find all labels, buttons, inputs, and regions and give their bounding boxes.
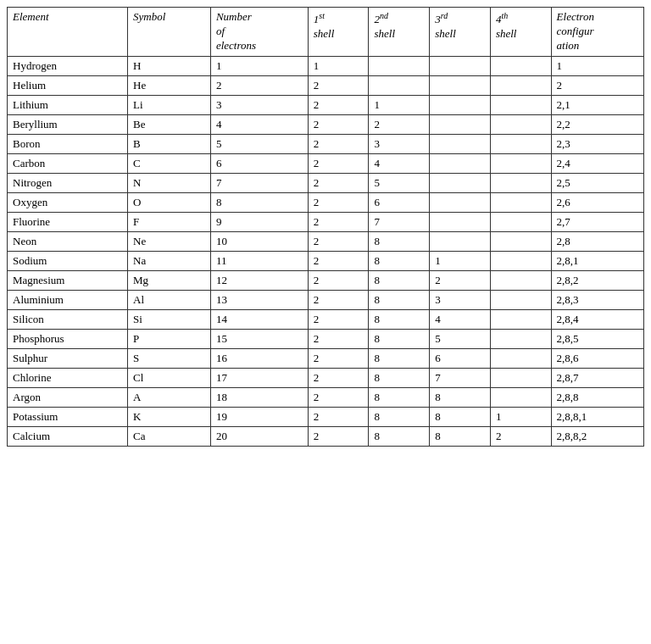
cell-shell3 bbox=[430, 173, 491, 192]
table-row: NeonNe10282,8 bbox=[8, 231, 644, 251]
table-row: FluorineF9272,7 bbox=[8, 212, 644, 231]
cell-config: 2,2 bbox=[551, 114, 643, 134]
table-row: BerylliumBe4222,2 bbox=[8, 114, 644, 134]
cell-electrons: 18 bbox=[210, 387, 308, 407]
cell-shell3: 3 bbox=[430, 290, 491, 309]
table-row: CarbonC6242,4 bbox=[8, 153, 644, 173]
cell-electrons: 17 bbox=[210, 368, 308, 387]
cell-shell2: 1 bbox=[369, 95, 430, 114]
cell-electrons: 7 bbox=[210, 173, 308, 192]
data-table: Element Symbol Numberofelectrons 1stshel… bbox=[7, 7, 644, 447]
cell-shell1: 2 bbox=[308, 114, 369, 134]
cell-element: Magnesium bbox=[8, 270, 128, 290]
cell-shell1: 2 bbox=[308, 387, 369, 407]
table-row: PotassiumK1928812,8,8,1 bbox=[8, 407, 644, 426]
cell-shell2: 3 bbox=[369, 134, 430, 153]
cell-electrons: 4 bbox=[210, 114, 308, 134]
cell-symbol: F bbox=[128, 212, 211, 231]
cell-config: 2,8,3 bbox=[551, 290, 643, 309]
cell-shell2: 8 bbox=[369, 270, 430, 290]
cell-shell3: 7 bbox=[430, 368, 491, 387]
cell-element: Argon bbox=[8, 387, 128, 407]
cell-element: Oxygen bbox=[8, 192, 128, 212]
cell-shell3 bbox=[430, 75, 491, 95]
cell-element: Nitrogen bbox=[8, 173, 128, 192]
cell-config: 2,8 bbox=[551, 231, 643, 251]
cell-electrons: 6 bbox=[210, 153, 308, 173]
cell-symbol: Be bbox=[128, 114, 211, 134]
cell-element: Sulphur bbox=[8, 348, 128, 368]
cell-shell3: 4 bbox=[430, 309, 491, 329]
cell-element: Phosphorus bbox=[8, 329, 128, 348]
cell-shell4 bbox=[490, 114, 551, 134]
cell-shell1: 2 bbox=[308, 95, 369, 114]
cell-element: Hydrogen bbox=[8, 56, 128, 75]
table-row: BoronB5232,3 bbox=[8, 134, 644, 153]
cell-element: Boron bbox=[8, 134, 128, 153]
cell-config: 2,8,5 bbox=[551, 329, 643, 348]
cell-electrons: 13 bbox=[210, 290, 308, 309]
cell-shell3: 1 bbox=[430, 251, 491, 270]
table-row: SodiumNa112812,8,1 bbox=[8, 251, 644, 270]
cell-element: Neon bbox=[8, 231, 128, 251]
cell-electrons: 14 bbox=[210, 309, 308, 329]
cell-shell4 bbox=[490, 75, 551, 95]
cell-shell4 bbox=[490, 231, 551, 251]
cell-symbol: Mg bbox=[128, 270, 211, 290]
cell-shell1: 2 bbox=[308, 290, 369, 309]
cell-shell2: 7 bbox=[369, 212, 430, 231]
cell-shell1: 2 bbox=[308, 426, 369, 446]
cell-shell4: 2 bbox=[490, 426, 551, 446]
cell-symbol: O bbox=[128, 192, 211, 212]
cell-electrons: 19 bbox=[210, 407, 308, 426]
cell-shell1: 2 bbox=[308, 212, 369, 231]
cell-shell2: 5 bbox=[369, 173, 430, 192]
cell-config: 2,7 bbox=[551, 212, 643, 231]
cell-shell3 bbox=[430, 56, 491, 75]
table-row: MagnesiumMg122822,8,2 bbox=[8, 270, 644, 290]
cell-shell1: 2 bbox=[308, 270, 369, 290]
cell-shell1: 2 bbox=[308, 407, 369, 426]
cell-shell3: 8 bbox=[430, 387, 491, 407]
cell-shell3: 6 bbox=[430, 348, 491, 368]
header-shell4: 4thshell bbox=[490, 8, 551, 57]
cell-shell3: 8 bbox=[430, 426, 491, 446]
cell-shell4 bbox=[490, 56, 551, 75]
cell-shell4 bbox=[490, 134, 551, 153]
cell-shell3: 2 bbox=[430, 270, 491, 290]
cell-config: 2,5 bbox=[551, 173, 643, 192]
cell-shell4 bbox=[490, 348, 551, 368]
cell-element: Fluorine bbox=[8, 212, 128, 231]
cell-shell3 bbox=[430, 192, 491, 212]
cell-shell2: 8 bbox=[369, 309, 430, 329]
cell-shell2 bbox=[369, 56, 430, 75]
table-row: SiliconSi142842,8,4 bbox=[8, 309, 644, 329]
cell-shell4: 1 bbox=[490, 407, 551, 426]
table-row: PhosphorusP152852,8,5 bbox=[8, 329, 644, 348]
cell-electrons: 15 bbox=[210, 329, 308, 348]
cell-shell2: 8 bbox=[369, 348, 430, 368]
cell-config: 2,8,4 bbox=[551, 309, 643, 329]
cell-element: Beryllium bbox=[8, 114, 128, 134]
cell-shell4 bbox=[490, 309, 551, 329]
header-shell3: 3rdshell bbox=[430, 8, 491, 57]
header-config: Electronconfiguration bbox=[551, 8, 643, 57]
cell-shell3 bbox=[430, 231, 491, 251]
table-row: HydrogenH111 bbox=[8, 56, 644, 75]
cell-config: 1 bbox=[551, 56, 643, 75]
cell-symbol: S bbox=[128, 348, 211, 368]
cell-electrons: 12 bbox=[210, 270, 308, 290]
cell-config: 2,8,7 bbox=[551, 368, 643, 387]
cell-symbol: Si bbox=[128, 309, 211, 329]
cell-shell3 bbox=[430, 95, 491, 114]
header-row: Element Symbol Numberofelectrons 1stshel… bbox=[8, 8, 644, 57]
cell-element: Helium bbox=[8, 75, 128, 95]
table-row: NitrogenN7252,5 bbox=[8, 173, 644, 192]
cell-shell2: 8 bbox=[369, 426, 430, 446]
cell-symbol: Ca bbox=[128, 426, 211, 446]
cell-shell4 bbox=[490, 329, 551, 348]
cell-shell4 bbox=[490, 251, 551, 270]
cell-electrons: 20 bbox=[210, 426, 308, 446]
cell-config: 2,8,8 bbox=[551, 387, 643, 407]
cell-element: Lithium bbox=[8, 95, 128, 114]
